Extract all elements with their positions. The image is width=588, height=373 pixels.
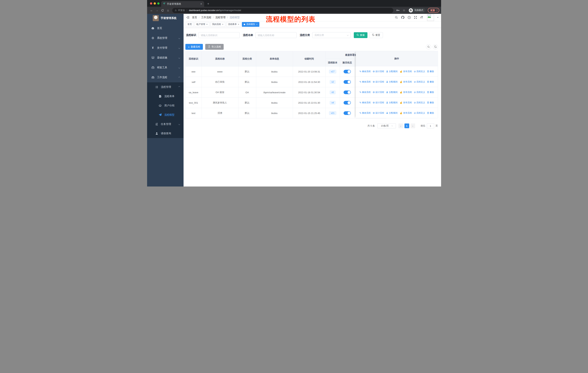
action-assign-link[interactable]: 分配规则	[386, 111, 398, 115]
action-edit-link[interactable]: ✎修改流程	[359, 70, 371, 73]
sidebar-item-workflow[interactable]: 工作流程	[147, 72, 184, 82]
action-delete-link[interactable]: 删除	[427, 91, 434, 94]
tag-process-model[interactable]: 流程模型×	[242, 22, 259, 27]
prev-page-button[interactable]: ‹	[399, 123, 403, 128]
sidebar-item-system[interactable]: ⚙系统管理	[147, 33, 184, 43]
breadcrumb-home[interactable]: 首页	[192, 16, 197, 19]
active-toggle[interactable]	[344, 80, 351, 84]
show-search-toggle-button[interactable]	[426, 44, 431, 49]
active-toggle[interactable]	[344, 70, 351, 73]
minimize-window-button[interactable]	[154, 2, 156, 5]
create-process-button[interactable]: + 新建流程	[185, 44, 203, 50]
action-definition-link[interactable]: ⊘流程定义	[414, 111, 425, 115]
row-form-link[interactable]: biubiu	[256, 108, 293, 118]
filter-category-select[interactable]: 流程分类	[312, 32, 350, 38]
action-publish-link[interactable]: ☝发布流程	[399, 91, 412, 94]
sidebar-item-dev-tools[interactable]: 研发工具	[147, 63, 184, 72]
home-icon[interactable]: ⌂	[165, 9, 171, 12]
browser-tab[interactable]: 芋道管理系统 ✕	[161, 1, 204, 7]
row-name-link[interactable]: OA 请假	[202, 87, 238, 98]
action-assign-link[interactable]: 分配规则	[386, 70, 398, 73]
sidebar-item-leave-query[interactable]: 请假查询	[147, 129, 184, 138]
sidebar-item-home[interactable]: 首页	[147, 23, 184, 33]
action-delete-link[interactable]: 删除	[427, 101, 434, 104]
sidebar-item-payment[interactable]: ¥支付管理	[147, 43, 184, 53]
close-window-button[interactable]	[150, 2, 152, 5]
page-size-select[interactable]: 10条/页	[378, 123, 396, 128]
breadcrumb-process-manage[interactable]: 流程管理	[215, 16, 225, 19]
action-assign-link[interactable]: 分配规则	[386, 101, 398, 104]
action-design-link[interactable]: ⚙设计流程	[373, 111, 384, 115]
help-icon[interactable]: ?	[408, 16, 411, 19]
filter-id-input[interactable]	[199, 32, 240, 38]
browser-menu-icon[interactable]	[437, 9, 437, 11]
browser-update-button[interactable]: 更新	[428, 8, 439, 13]
action-definition-link[interactable]: ⊘流程定义	[414, 80, 425, 83]
action-design-link[interactable]: ⚙设计流程	[373, 101, 384, 104]
action-edit-link[interactable]: ✎修改流程	[359, 111, 371, 115]
active-toggle[interactable]	[344, 101, 351, 105]
tag-close-icon[interactable]: ×	[238, 23, 239, 26]
security-label[interactable]: 不安全	[178, 9, 185, 12]
row-form-link[interactable]: /bpm/oa/leave/create	[256, 87, 293, 98]
key-icon[interactable]	[396, 9, 400, 11]
action-definition-link[interactable]: ⊘流程定义	[414, 101, 425, 104]
action-delete-link[interactable]: 删除	[427, 70, 434, 73]
import-process-button[interactable]: 导入流程	[205, 44, 224, 50]
active-toggle[interactable]	[344, 111, 351, 115]
sidebar-item-infrastructure[interactable]: 基础设施	[147, 53, 184, 63]
user-avatar[interactable]	[427, 14, 434, 21]
action-publish-link[interactable]: ☝发布流程	[399, 80, 412, 83]
tag-close-icon[interactable]: ×	[256, 23, 258, 26]
action-design-link[interactable]: ⚙设计流程	[373, 80, 384, 83]
collapse-sidebar-icon[interactable]	[186, 16, 189, 19]
action-edit-link[interactable]: ✎修改流程	[359, 91, 371, 94]
breadcrumb-workflow[interactable]: 工作流程	[201, 16, 211, 19]
goto-page-input[interactable]	[427, 123, 434, 128]
tag-home[interactable]: 首页	[186, 22, 194, 27]
row-name-link[interactable]: 滔博	[202, 108, 238, 118]
window-controls[interactable]	[150, 2, 159, 5]
action-publish-link[interactable]: ☝发布流程	[399, 70, 412, 73]
tag-my-process[interactable]: 我的流程×	[210, 22, 225, 27]
row-form-link[interactable]: biubiu	[256, 67, 293, 77]
row-form-link[interactable]: biubiu	[256, 77, 293, 87]
forward-icon[interactable]: →	[154, 9, 160, 12]
sidebar-item-process-form[interactable]: 流程表单	[147, 92, 184, 101]
current-page-button[interactable]: 1	[404, 123, 409, 128]
action-edit-link[interactable]: ✎修改流程	[359, 80, 371, 83]
action-delete-link[interactable]: 删除	[427, 80, 434, 83]
action-edit-link[interactable]: ✎修改流程	[359, 101, 371, 104]
new-tab-button[interactable]: +	[206, 2, 211, 6]
row-name-link[interactable]: eeee	[202, 67, 238, 77]
refresh-table-button[interactable]	[433, 44, 438, 49]
sidebar-item-task-manage[interactable]: 任务管理	[147, 120, 184, 129]
action-assign-link[interactable]: 分配规则	[386, 80, 398, 83]
action-design-link[interactable]: ⚙设计流程	[373, 70, 384, 73]
sidebar-item-process-manage[interactable]: 流程管理	[147, 82, 184, 92]
reload-icon[interactable]	[160, 9, 165, 12]
fullscreen-icon[interactable]	[414, 16, 417, 19]
sidebar-item-process-model[interactable]: 流程模型	[147, 110, 184, 120]
tag-close-icon[interactable]: ×	[222, 23, 223, 26]
row-name-link[interactable]: 自己审批	[202, 77, 238, 87]
action-publish-link[interactable]: ☝发布流程	[399, 111, 412, 115]
active-toggle[interactable]	[344, 91, 351, 94]
tag-process-form[interactable]: 流程表单×	[226, 22, 241, 27]
action-delete-link[interactable]: 删除	[427, 111, 434, 115]
tag-tenant[interactable]: 租户管理×	[195, 22, 210, 27]
font-size-icon[interactable]: TT	[420, 16, 423, 19]
action-design-link[interactable]: ⚙设计流程	[373, 91, 384, 94]
tag-close-icon[interactable]: ×	[206, 23, 208, 26]
back-icon[interactable]: ←	[149, 9, 154, 12]
action-definition-link[interactable]: ⊘流程定义	[414, 91, 425, 94]
row-name-link[interactable]: 测试多审批人	[202, 98, 238, 108]
sidebar-logo[interactable]: 芋道管理系统	[147, 14, 184, 22]
maximize-window-button[interactable]	[157, 2, 159, 5]
tab-close-icon[interactable]: ✕	[200, 2, 202, 5]
github-icon[interactable]	[401, 16, 404, 19]
url-bar[interactable]: ⚠ 不安全 dashboard.yudao.iocoder.cn/bpm/man…	[172, 8, 394, 13]
action-publish-link[interactable]: ☝发布流程	[399, 101, 412, 104]
row-form-link[interactable]: biubiu	[256, 98, 293, 108]
search-button[interactable]: 搜索	[354, 32, 368, 38]
